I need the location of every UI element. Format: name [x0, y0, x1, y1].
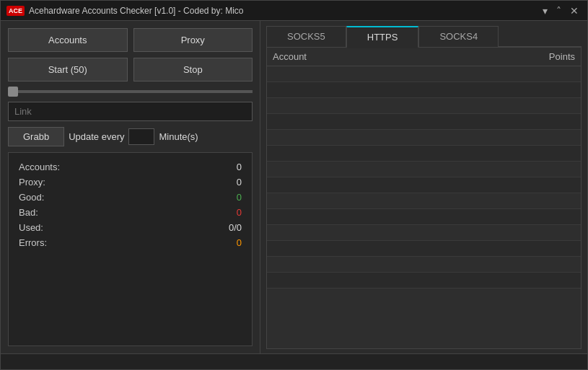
- accounts-button[interactable]: Accounts: [8, 28, 128, 52]
- table-row: [267, 273, 581, 288]
- start-button[interactable]: Start (50): [8, 58, 128, 82]
- table-row: [267, 98, 581, 114]
- minutes-label: Minute(s): [159, 131, 198, 142]
- accounts-value: 0: [237, 162, 242, 172]
- stat-row-accounts: Accounts: 0: [19, 162, 242, 172]
- progress-slider[interactable]: [8, 90, 253, 93]
- dropdown-button[interactable]: ▾: [540, 5, 550, 17]
- status-bar: [1, 353, 587, 369]
- update-label: Update every: [69, 131, 124, 142]
- title-bar-controls: ▾ ˄ ✕: [540, 5, 582, 17]
- bad-value: 0: [237, 207, 242, 218]
- tabs-row: SOCKS5 HTTPS SOCKS4: [266, 25, 582, 48]
- points-column-header: Points: [503, 51, 575, 62]
- table-row: [267, 66, 581, 82]
- bad-label: Bad:: [19, 207, 38, 218]
- stats-panel: Accounts: 0 Proxy: 0 Good: 0 Bad: 0 Used…: [8, 152, 253, 346]
- ace-logo: ACE: [6, 6, 25, 16]
- used-label: Used:: [19, 222, 43, 233]
- table-row: [267, 241, 581, 257]
- good-label: Good:: [19, 192, 44, 203]
- grabb-button[interactable]: Grabb: [8, 127, 64, 146]
- main-window: ACE Acehardware Accounts Checker [v1.0] …: [0, 0, 588, 370]
- link-input[interactable]: [8, 102, 253, 121]
- table-row: [267, 177, 581, 193]
- table-row: [267, 209, 581, 225]
- table-rows: [267, 66, 581, 288]
- results-table: Account Points: [266, 48, 582, 349]
- proxy-button[interactable]: Proxy: [133, 28, 253, 52]
- grabb-row: Grabb Update every 20 Minute(s): [8, 127, 253, 146]
- table-header: Account Points: [267, 48, 581, 66]
- stop-button[interactable]: Stop: [133, 58, 253, 82]
- accounts-label: Accounts:: [19, 162, 60, 172]
- table-row: [267, 257, 581, 273]
- table-row: [267, 193, 581, 209]
- tab-socks4[interactable]: SOCKS4: [418, 26, 499, 47]
- errors-label: Errors:: [19, 237, 47, 248]
- stat-row-good: Good: 0: [19, 192, 242, 203]
- stat-row-proxy: Proxy: 0: [19, 177, 242, 188]
- right-panel: SOCKS5 HTTPS SOCKS4 Account Points: [260, 21, 587, 353]
- table-row: [267, 82, 581, 98]
- tab-socks5[interactable]: SOCKS5: [266, 26, 346, 47]
- table-row: [267, 130, 581, 146]
- table-row: [267, 114, 581, 130]
- slider-row: [8, 87, 253, 96]
- account-column-header: Account: [273, 51, 503, 62]
- stat-row-bad: Bad: 0: [19, 207, 242, 218]
- used-value: 0/0: [229, 222, 242, 233]
- good-value: 0: [237, 192, 242, 203]
- proxy-value: 0: [237, 177, 242, 188]
- tab-https[interactable]: HTTPS: [346, 26, 419, 48]
- main-content: Accounts Proxy Start (50) Stop Grabb Upd…: [1, 21, 587, 353]
- stat-row-used: Used: 0/0: [19, 222, 242, 233]
- title-text: Acehardware Accounts Checker [v1.0] - Co…: [29, 6, 243, 16]
- minimize-button[interactable]: ˄: [553, 5, 564, 17]
- table-row: [267, 146, 581, 162]
- stat-row-errors: Errors: 0: [19, 237, 242, 248]
- errors-value: 0: [237, 237, 242, 248]
- table-row: [267, 225, 581, 241]
- title-bar-left: ACE Acehardware Accounts Checker [v1.0] …: [6, 6, 244, 16]
- close-button[interactable]: ✕: [567, 5, 582, 17]
- action-buttons-row: Start (50) Stop: [8, 58, 253, 82]
- table-row: [267, 162, 581, 177]
- title-bar: ACE Acehardware Accounts Checker [v1.0] …: [1, 1, 587, 21]
- top-buttons-row: Accounts Proxy: [8, 28, 253, 52]
- update-interval-input[interactable]: 20: [128, 128, 154, 145]
- proxy-label: Proxy:: [19, 177, 45, 188]
- left-panel: Accounts Proxy Start (50) Stop Grabb Upd…: [1, 21, 260, 353]
